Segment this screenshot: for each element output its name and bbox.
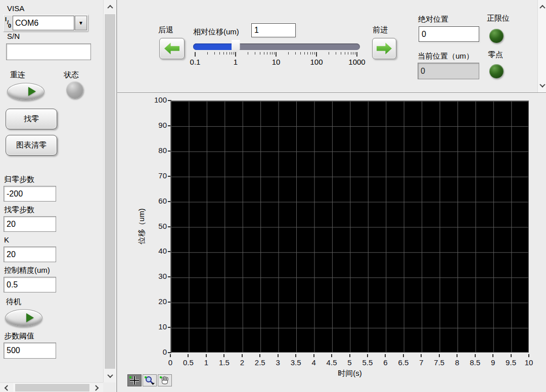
slider-minor-tick <box>312 52 313 55</box>
y-tick-label: 0 <box>117 348 167 356</box>
x-tick-label: 8.5 <box>470 358 480 367</box>
chevron-down-icon <box>539 82 545 87</box>
slider-thumb[interactable] <box>232 40 240 54</box>
clear-chart-button[interactable]: 图表清零 <box>6 135 57 156</box>
slider-scale-label: 0.1 <box>190 58 201 66</box>
x-tick-mark <box>349 354 350 357</box>
absolute-position-input[interactable] <box>419 26 479 42</box>
k-label: K <box>4 235 9 244</box>
x-tick-label: 5.5 <box>362 358 373 367</box>
tool-active-dot <box>145 376 147 378</box>
standby-label: 待机 <box>6 297 21 307</box>
absolute-position-label: 绝对位置 <box>418 15 448 24</box>
slider-minor-tick <box>260 52 260 55</box>
tool-active-dot <box>160 376 162 378</box>
x-tick-mark <box>367 354 368 357</box>
current-position-indicator: 0 <box>418 63 479 79</box>
x-tick-label: 9.5 <box>506 358 516 367</box>
x-tick-label: 2.5 <box>255 358 265 367</box>
find-zero-steps-input[interactable] <box>4 216 56 232</box>
y-tick-label: 60 <box>117 197 167 205</box>
top-pane: 后退 相对位移(um) 0.11101001000 前进 绝对位置 当前位置（u… <box>117 0 546 92</box>
y-tick-label: 40 <box>117 247 167 255</box>
slider-minor-tick <box>345 52 345 55</box>
control-precision-label: 控制精度(um) <box>4 266 50 275</box>
slider-major-tick <box>235 52 236 57</box>
y-tick-label: 30 <box>117 272 167 280</box>
y-tick-label: 90 <box>117 121 167 129</box>
relative-displacement-label: 相对位移(um) <box>193 27 239 37</box>
slider-minor-tick <box>264 52 264 55</box>
slider-scale-labels: 0.11101001000 <box>195 58 357 67</box>
top-pane-vscrollbar[interactable] <box>537 0 546 92</box>
reconnect-toggle[interactable] <box>7 83 44 100</box>
combo-dropdown-button[interactable]: ▼ <box>75 16 87 30</box>
slider-minor-tick <box>355 52 355 55</box>
io-resource-icon: I/0 <box>4 16 13 30</box>
scroll-up-button[interactable] <box>538 1 546 13</box>
slider-minor-tick <box>353 52 353 55</box>
waveform-chart-plot-area[interactable] <box>170 101 529 353</box>
find-zero-steps-label: 找零步数 <box>4 205 34 215</box>
slider-minor-tick <box>314 52 315 55</box>
x-tick-mark <box>223 354 224 357</box>
chevron-down-icon: ▼ <box>78 20 83 26</box>
scroll-right-button[interactable] <box>90 383 103 392</box>
x-tick-mark <box>528 354 529 357</box>
scroll-up-button[interactable] <box>104 0 116 14</box>
left-pane-vscrollbar[interactable] <box>103 0 116 382</box>
x-tick-mark <box>331 354 332 357</box>
sn-label: S/N <box>7 32 20 40</box>
x-tick-mark <box>206 354 207 357</box>
step-threshold-label: 步数阈值 <box>4 331 34 341</box>
visa-resource-value[interactable]: COM6 <box>13 16 74 30</box>
left-pane-hscrollbar[interactable] <box>0 382 103 392</box>
chevron-right-icon <box>93 385 99 390</box>
x-tick-label: 4.5 <box>327 358 337 367</box>
slider-minor-tick <box>310 52 311 55</box>
slider-minor-tick <box>295 52 296 55</box>
y-tick-label: 50 <box>117 222 167 230</box>
vscroll-thumb[interactable] <box>105 14 115 369</box>
x-axis-title: 时间(s) <box>338 369 362 378</box>
k-input[interactable] <box>4 247 56 262</box>
forward-button[interactable] <box>372 38 396 59</box>
visa-resource-combo[interactable]: I/0 COM6 ▼ <box>3 15 88 31</box>
x-tick-mark <box>385 354 386 357</box>
scroll-left-button[interactable] <box>0 383 13 392</box>
slider-minor-tick <box>329 52 329 55</box>
chevron-down-icon <box>107 372 113 377</box>
hscroll-thumb[interactable] <box>15 384 89 391</box>
pan-tool-button[interactable] <box>158 374 172 386</box>
sn-field[interactable] <box>6 43 91 60</box>
labview-front-panel: VISA I/0 COM6 ▼ S/N 重连 状态 找零 图表清零 归零步数 找… <box>0 0 546 392</box>
slider-scale-label: 1000 <box>348 58 365 66</box>
relative-displacement-input[interactable] <box>251 23 296 37</box>
scroll-down-button[interactable] <box>104 369 116 382</box>
slider-minor-tick <box>232 52 232 55</box>
slider-minor-tick <box>223 52 224 55</box>
standby-toggle[interactable] <box>5 309 42 326</box>
current-position-label: 当前位置（um） <box>418 52 474 61</box>
slider-minor-tick <box>207 52 208 55</box>
find-zero-button[interactable]: 找零 <box>6 109 57 129</box>
zoom-tool-button[interactable] <box>143 374 157 386</box>
cursor-tool-button[interactable] <box>127 374 142 386</box>
x-tick-label: 8 <box>455 358 459 367</box>
slider-scale-label: 10 <box>272 58 281 66</box>
y-tick-label: 70 <box>117 171 167 180</box>
positive-limit-led <box>489 29 504 43</box>
graph-palette <box>127 374 172 386</box>
slider-minor-tick <box>272 52 272 55</box>
left-pane: VISA I/0 COM6 ▼ S/N 重连 状态 找零 图表清零 归零步数 找… <box>0 0 116 392</box>
back-button[interactable] <box>159 38 185 59</box>
home-steps-input[interactable] <box>4 186 56 202</box>
scroll-down-button[interactable] <box>538 79 546 91</box>
slider-minor-tick <box>248 52 248 55</box>
step-threshold-input[interactable] <box>4 342 56 359</box>
control-precision-input[interactable] <box>4 277 56 292</box>
x-tick-mark <box>403 354 404 357</box>
slider-minor-tick <box>336 52 336 55</box>
x-tick-label: 1.5 <box>219 358 230 367</box>
zero-point-led <box>489 64 504 78</box>
